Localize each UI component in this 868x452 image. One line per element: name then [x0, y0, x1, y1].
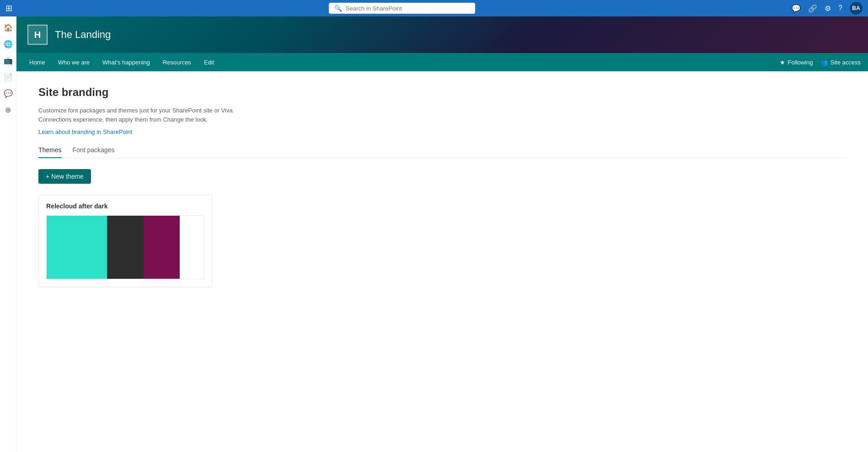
avatar[interactable]: BA: [850, 2, 863, 15]
search-icon: 🔍: [334, 5, 342, 12]
theme-card-name: Relecloud after dark: [46, 202, 204, 210]
site-header: H The Landing: [16, 16, 868, 53]
chat-icon[interactable]: 💬: [792, 4, 801, 13]
new-theme-button[interactable]: + New theme: [38, 169, 91, 184]
main-content: Site branding Customize font packages an…: [16, 71, 868, 452]
top-bar-right: 💬 🔗 ⚙ ? BA: [792, 2, 863, 15]
following-label: Following: [788, 59, 813, 66]
nav-item-who-we-are[interactable]: Who we are: [53, 53, 95, 71]
theme-colors: [46, 215, 204, 279]
nav-item-edit[interactable]: Edit: [198, 53, 220, 71]
settings-icon[interactable]: ⚙: [825, 4, 831, 13]
color-swatch-dark: [107, 216, 143, 279]
tab-themes[interactable]: Themes: [38, 146, 62, 158]
sidebar-item-globe[interactable]: 🌐: [1, 37, 16, 51]
nav-item-resources[interactable]: Resources: [157, 53, 197, 71]
help-icon[interactable]: ?: [838, 4, 842, 12]
network-icon[interactable]: 🔗: [808, 4, 817, 13]
following-button[interactable]: ★ Following: [780, 59, 813, 66]
site-logo: H: [27, 25, 48, 45]
site-title: The Landing: [55, 29, 111, 41]
site-access-label: Site access: [830, 59, 861, 66]
sidebar-item-docs[interactable]: 📄: [1, 69, 16, 84]
learn-link[interactable]: Learn about branding in SharePoint: [38, 128, 132, 135]
tab-font-packages[interactable]: Font packages: [73, 146, 115, 158]
sidebar-item-home[interactable]: 🏠: [1, 20, 16, 35]
nav-left: Home Who we are What's happening Resourc…: [24, 53, 220, 71]
top-bar-left: ⊞: [5, 3, 12, 13]
sidebar: 🏠 🌐 📺 📄 💬 ⊕: [0, 16, 16, 452]
tabs-container: Themes Font packages: [38, 146, 846, 158]
star-icon: ★: [780, 59, 785, 66]
theme-card: Relecloud after dark: [38, 195, 212, 287]
sidebar-item-chat[interactable]: 💬: [1, 86, 16, 101]
search-bar-container: 🔍: [329, 3, 475, 14]
top-bar: ⊞ 🔍 💬 🔗 ⚙ ? BA: [0, 0, 868, 16]
waffle-icon[interactable]: ⊞: [5, 3, 12, 13]
color-swatch-white: [180, 216, 204, 279]
nav-right: ★ Following 👥 Site access: [780, 59, 861, 66]
nav-item-whats-happening[interactable]: What's happening: [97, 53, 155, 71]
nav-item-home[interactable]: Home: [24, 53, 51, 71]
page-title: Site branding: [38, 86, 846, 99]
page-description: Customize font packages and themes just …: [38, 106, 240, 124]
color-swatch-purple: [144, 216, 180, 279]
nav-bar: Home Who we are What's happening Resourc…: [16, 53, 868, 71]
color-swatch-cyan: [47, 216, 107, 279]
sidebar-item-media[interactable]: 📺: [1, 53, 16, 68]
people-icon: 👥: [820, 59, 828, 66]
search-input[interactable]: [346, 5, 470, 12]
sidebar-item-add[interactable]: ⊕: [1, 102, 16, 117]
site-access-button[interactable]: 👥 Site access: [820, 59, 861, 66]
